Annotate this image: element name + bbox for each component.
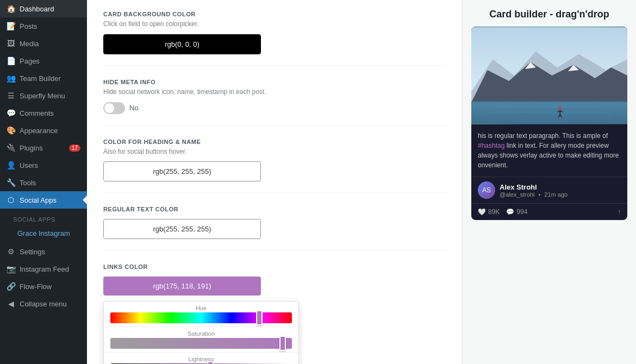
instagram-feed-icon: 📷	[7, 265, 15, 273]
regular-text-input[interactable]	[103, 219, 261, 239]
hide-meta-row: HIDE META INFO Hide social network icon,…	[103, 79, 446, 125]
plugins-icon: 🔌	[7, 143, 15, 152]
sidebar-item-appearance[interactable]: 🎨 Appearance	[0, 122, 87, 139]
sidebar-item-collapse[interactable]: ◀ Collapse menu	[0, 295, 87, 312]
sub-section-label: Social Apps	[7, 212, 80, 225]
preview-author-name: Alex Strohl	[500, 183, 568, 191]
regular-text-label: REGULAR TEXT COLOR	[103, 206, 446, 212]
preview-hashtag: #hashtag	[478, 142, 504, 149]
main-content: CARD BACKGROUND COLOR Click on field to …	[87, 0, 636, 364]
preview-image-svg	[471, 27, 627, 124]
colorpicker-popup: Hue Saturation Lightness	[103, 301, 299, 364]
social-apps-icon: ⬡	[7, 196, 15, 204]
heading-color-desc: Also for social buttons hover.	[103, 147, 446, 156]
share-icon: ↑	[618, 208, 621, 216]
flow-flow-icon: 🔗	[7, 282, 15, 291]
sidebar-item-tools[interactable]: 🔧 Tools	[0, 174, 87, 191]
saturation-thumb[interactable]	[279, 336, 286, 351]
hue-thumb[interactable]	[256, 310, 263, 325]
svg-rect-5	[471, 102, 627, 124]
heading-color-label: COLOR FOR HEADING & NAME	[103, 139, 446, 145]
settings-icon: ⚙	[7, 247, 15, 256]
active-indicator	[83, 196, 87, 204]
hue-track[interactable]	[110, 312, 292, 323]
hide-meta-toggle[interactable]	[103, 102, 125, 114]
heading-color-row: COLOR FOR HEADING & NAME Also for social…	[103, 139, 446, 193]
heading-color-input[interactable]	[103, 161, 261, 181]
media-icon: 🖼	[7, 39, 15, 48]
preview-title: Card builder - drag'n'drop	[471, 9, 627, 20]
dashboard-icon: 🏠	[7, 4, 15, 13]
lightness-label: Lightness	[110, 356, 292, 362]
sidebar-item-plugins[interactable]: 🔌 Plugins 17	[0, 139, 87, 156]
users-icon: 👤	[7, 161, 15, 170]
preview-avatar: AS	[478, 181, 495, 199]
posts-icon: 📝	[7, 22, 15, 30]
superfly-icon: ☰	[7, 91, 15, 100]
links-color-row: LINKS COLOR Hue Saturation	[103, 263, 446, 364]
saturation-label: Saturation	[110, 330, 292, 337]
toggle-wrap: No	[103, 102, 446, 114]
sidebar-item-users[interactable]: 👤 Users	[0, 156, 87, 174]
sidebar-item-media[interactable]: 🖼 Media	[0, 35, 87, 52]
card-bg-color-row: CARD BACKGROUND COLOR Click on field to …	[103, 11, 446, 66]
sidebar-item-team-builder[interactable]: 👥 Team Builder	[0, 70, 87, 87]
comments-icon: 💬	[7, 109, 15, 117]
sidebar-item-dashboard[interactable]: 🏠 Dashboard	[0, 0, 87, 17]
sidebar: 🏠 Dashboard 📝 Posts 🖼 Media 📄 Pages 👥 Te…	[0, 0, 87, 364]
links-color-label: LINKS COLOR	[103, 263, 446, 270]
sidebar-item-superfly-menu[interactable]: ☰ Superfly Menu	[0, 87, 87, 104]
preview-stats: 🤍 89K 💬 994 ↑	[471, 203, 627, 220]
appearance-icon: 🎨	[7, 126, 15, 135]
sidebar-item-instagram-feed[interactable]: 📷 Instagram Feed	[0, 260, 87, 278]
regular-text-row: REGULAR TEXT COLOR	[103, 206, 446, 250]
preview-text-content: his is regular text paragraph. This is a…	[471, 124, 627, 177]
sidebar-item-flow-flow[interactable]: 🔗 Flow-Flow	[0, 278, 87, 295]
preview-card: his is regular text paragraph. This is a…	[471, 27, 627, 220]
hide-meta-label: HIDE META INFO	[103, 79, 446, 85]
heart-icon: 🤍	[478, 208, 486, 216]
stat-comments: 💬 994	[506, 208, 527, 216]
toggle-label: No	[129, 104, 139, 112]
stat-likes: 🤍 89K	[478, 208, 500, 216]
card-bg-desc: Click on field to open colorpicker.	[103, 20, 446, 29]
preview-panel: Card builder - drag'n'drop	[462, 0, 636, 364]
hue-label: Hue	[110, 305, 292, 311]
settings-panel: CARD BACKGROUND COLOR Click on field to …	[87, 0, 462, 364]
preview-author-info: Alex Strohl @alex_strohl • 21m ago	[500, 183, 568, 198]
collapse-icon: ◀	[7, 299, 15, 308]
tools-icon: 🔧	[7, 178, 15, 187]
card-bg-label: CARD BACKGROUND COLOR	[103, 11, 446, 17]
links-color-input[interactable]	[103, 277, 261, 296]
saturation-slider-row: Saturation	[104, 327, 298, 353]
sidebar-item-grace-instagram[interactable]: Grace Instagram	[7, 225, 80, 242]
sidebar-item-pages[interactable]: 📄 Pages	[0, 52, 87, 70]
sidebar-item-settings[interactable]: ⚙ Settings	[0, 243, 87, 260]
preview-author-row: AS Alex Strohl @alex_strohl • 21m ago	[471, 177, 627, 203]
hue-slider-row: Hue	[104, 302, 298, 327]
plugins-badge: 17	[69, 145, 80, 152]
sidebar-item-comments[interactable]: 💬 Comments	[0, 104, 87, 122]
pages-icon: 📄	[7, 57, 15, 65]
team-builder-icon: 👥	[7, 74, 15, 83]
lightness-slider-row: Lightness	[104, 353, 298, 364]
sidebar-item-social-apps[interactable]: ⬡ Social Apps	[0, 191, 87, 209]
comment-icon: 💬	[506, 208, 514, 216]
stat-share[interactable]: ↑	[618, 208, 621, 216]
preview-author-handle: @alex_strohl • 21m ago	[500, 191, 568, 198]
hide-meta-desc: Hide social network icon, name, timestam…	[103, 87, 446, 97]
lightness-thumb[interactable]	[207, 361, 214, 364]
card-bg-color-input[interactable]	[103, 34, 261, 54]
sidebar-item-posts[interactable]: 📝 Posts	[0, 17, 87, 35]
saturation-track[interactable]	[110, 338, 292, 349]
svg-point-8	[558, 106, 562, 109]
preview-image	[471, 27, 627, 124]
